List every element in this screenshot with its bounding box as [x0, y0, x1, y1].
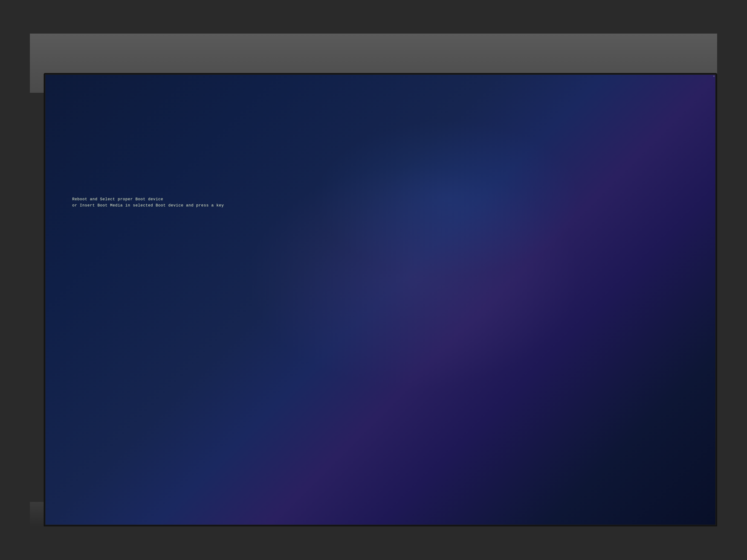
boot-error-line2: or Insert Boot Media in selected Boot de…	[72, 203, 682, 209]
photo-frame: Reboot and Select proper Boot device or …	[30, 33, 717, 527]
boot-message-container: Reboot and Select proper Boot device or …	[72, 196, 682, 209]
boot-error-line1: Reboot and Select proper Boot device	[72, 196, 682, 203]
monitor-outer: Reboot and Select proper Boot device or …	[44, 73, 717, 527]
corner-detail	[713, 76, 715, 77]
monitor-screen: Reboot and Select proper Boot device or …	[46, 75, 715, 525]
